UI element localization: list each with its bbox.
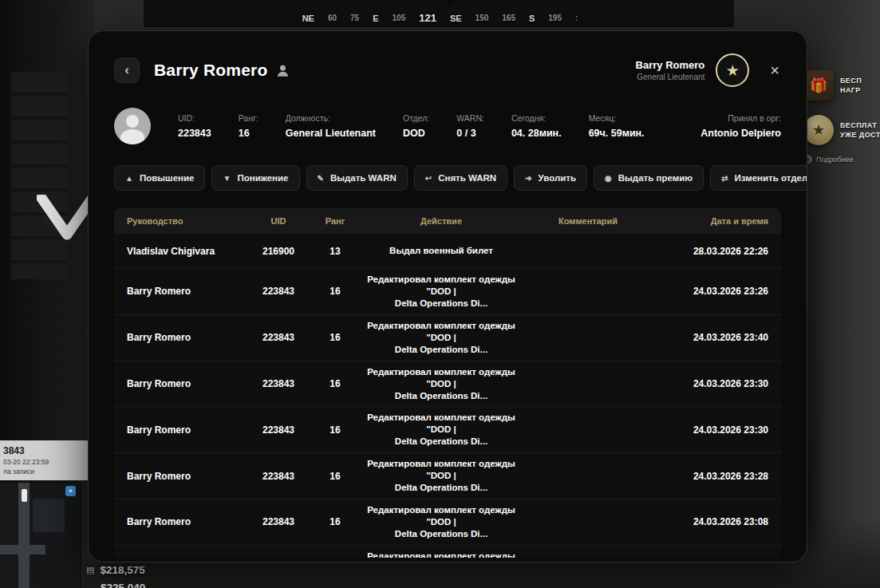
- back-button[interactable]: ‹: [114, 57, 140, 83]
- header-user-name: Barry Romero: [636, 59, 705, 71]
- row-action: Редактировал комплект одежды "DOD | Delt…: [361, 269, 521, 314]
- info-field: Месяц: 69ч. 59мин.: [589, 113, 645, 139]
- compass-tick: 150: [476, 14, 489, 24]
- action-button[interactable]: ◉ Выдать премию: [594, 165, 704, 191]
- row-leader-name: Barry Romero: [114, 420, 248, 440]
- close-button[interactable]: ×: [767, 59, 783, 81]
- recording-timestamp: 03-20 22:23:59: [3, 458, 97, 466]
- action-button-label: Уволить: [539, 173, 576, 183]
- action-button-label: Понижение: [237, 173, 288, 183]
- info-field-value: DOD: [403, 128, 429, 139]
- compass-tick: 105: [393, 14, 406, 24]
- minimap-road: [0, 545, 45, 554]
- compass-tick: 75: [350, 14, 359, 24]
- row-uid: 223843: [248, 511, 309, 532]
- column-header-datetime: Дата и время: [655, 216, 781, 226]
- action-button-icon: ↩: [425, 174, 432, 183]
- row-rank: 13: [309, 241, 361, 262]
- row-leader-name: Barry Romero: [114, 281, 248, 302]
- action-button-icon: ▼: [223, 174, 231, 183]
- row-datetime: 24.03.2026 23:40: [655, 327, 781, 348]
- recording-id: 3843: [3, 445, 97, 456]
- table-row: Barry Romero 223843 16 Редактировал комп…: [114, 315, 781, 361]
- action-button[interactable]: ▼ Понижение: [211, 165, 299, 191]
- row-datetime: 24.03.2026 23:28: [655, 466, 781, 487]
- row-comment: [521, 472, 655, 481]
- info-field-value: 69ч. 59мин.: [589, 128, 645, 139]
- member-info-row: UID: 223843 Ранг: 16 Должность: General …: [114, 108, 781, 144]
- action-button-label: Выдать премию: [618, 173, 693, 183]
- column-header-action: Действие: [361, 216, 521, 226]
- compass-strip: NE 60 75 E 105 121 SE 150 165 S 195 :: [0, 14, 880, 24]
- compass-tick: 121: [419, 12, 436, 24]
- info-field: Должность: General Lieutenant: [286, 113, 376, 139]
- compass-tick: S: [529, 14, 535, 24]
- info-field: Сегодня: 04. 28мин.: [511, 113, 562, 139]
- accepted-by-label: Принял в орг:: [700, 113, 781, 123]
- info-field-label: Ранг:: [239, 113, 258, 123]
- table-row: Barry Romero 223843 16 Редактировал комп…: [114, 361, 781, 408]
- action-button-label: Выдать WARN: [330, 173, 397, 183]
- minimap-player-icon: [22, 489, 27, 502]
- money-counter-secondary: $225,040: [101, 582, 145, 588]
- row-action: Редактировал комплект одежды "DOD | Delt…: [361, 453, 521, 499]
- row-leader-name: Barry Romero: [114, 511, 248, 532]
- info-field-label: Месяц:: [589, 113, 645, 123]
- action-button-icon: ▲: [125, 174, 133, 183]
- info-field: Отдел: DOD: [403, 113, 429, 139]
- info-field: UID: 223843: [178, 113, 211, 139]
- action-button[interactable]: ↩ Снять WARN: [414, 165, 507, 191]
- row-action: Редактировал комплект одежды "DOD | Delt…: [361, 361, 521, 407]
- promo-widgets: 🎁 БЕСП НАГР ★ БЕСПЛАТ УЖЕ ДОСТ i Подробн…: [803, 70, 880, 164]
- info-field-label: Отдел:: [403, 113, 429, 123]
- row-datetime: 28.03.2026 22:26: [655, 241, 781, 262]
- row-action: Выдал военный билет: [361, 240, 521, 262]
- action-button-icon: ⇄: [721, 174, 728, 183]
- column-header-comment: Комментарий: [521, 216, 655, 226]
- action-button[interactable]: ▲ Повышение: [114, 165, 205, 191]
- avatar-body-icon: [120, 129, 144, 144]
- info-field-label: UID:: [178, 113, 211, 123]
- compass-tick: :: [575, 14, 578, 24]
- row-datetime: 24.03.2026 23:30: [655, 420, 781, 440]
- compass-tick: 60: [328, 14, 337, 24]
- money-icon: ▤: [86, 565, 94, 575]
- promo-item[interactable]: 🎁 БЕСП НАГР: [803, 70, 880, 101]
- action-button[interactable]: ⇄ Изменить отдел: [710, 165, 807, 191]
- row-action: Редактировал комплект одежды "DOD | Delt…: [361, 499, 521, 545]
- info-field-label: Сегодня:: [511, 113, 562, 123]
- row-action: Редактировал комплект одежды "DOD | Delt…: [361, 315, 521, 361]
- info-field: WARN: 0 / 3: [456, 113, 484, 139]
- row-uid: 223843: [248, 420, 309, 440]
- row-rank: 16: [309, 327, 361, 348]
- column-header-rank: Ранг: [309, 216, 361, 226]
- promo-more-label: Подробнее: [816, 156, 854, 164]
- header-user-cluster: Barry Romero General Lieutenant ★ ×: [636, 53, 783, 87]
- promo-text: БЕСП НАГР: [840, 76, 862, 95]
- action-button[interactable]: ➔ Уволить: [514, 165, 587, 191]
- row-leader-name: Vladislav Chigivara: [114, 241, 248, 262]
- compass-tick: E: [373, 14, 378, 24]
- info-field-label: Должность:: [286, 113, 376, 123]
- promo-more-link[interactable]: i Подробнее: [803, 155, 880, 164]
- compass-tick: SE: [450, 14, 462, 24]
- minimap-building: [33, 499, 65, 532]
- action-button-label: Изменить отдел: [734, 173, 807, 183]
- compass-tick: NE: [302, 14, 314, 24]
- info-field: Ранг: 16: [239, 113, 258, 139]
- panel-header: ‹ Barry Romero Barry Romero General Lieu…: [89, 31, 807, 87]
- table-header: Руководство UID Ранг Действие Комментари…: [114, 208, 781, 234]
- money-counter: ▤ $218,575: [86, 564, 145, 576]
- row-comment: [521, 247, 655, 256]
- action-button[interactable]: ✎ Выдать WARN: [306, 165, 408, 191]
- minimap-gps-icon: ⌖: [65, 486, 76, 496]
- page-title: Barry Romero: [154, 61, 267, 80]
- row-rank: 16: [309, 281, 361, 302]
- header-user-rank: General Lieutenant: [636, 73, 705, 81]
- row-uid: 223843: [248, 281, 309, 302]
- promo-item[interactable]: ★ БЕСПЛАТ УЖЕ ДОСТ: [803, 115, 880, 145]
- row-leader-name: Barry Romero: [114, 466, 248, 487]
- row-uid: 223843: [248, 327, 309, 348]
- table-row: Vladislav Chigivara 216900 13 Выдал воен…: [114, 234, 781, 269]
- table-row: Barry Romero 223843 16 Редактировал комп…: [114, 269, 781, 315]
